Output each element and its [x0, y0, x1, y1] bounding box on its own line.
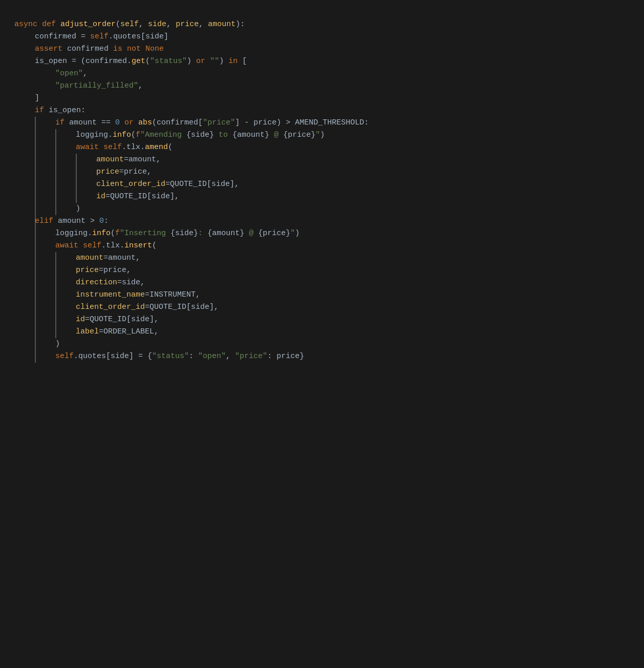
code-line-16-wrapper: ) — [14, 203, 630, 215]
code-line-8: if is_open: — [14, 105, 630, 117]
code-line-7: ] — [14, 92, 630, 105]
code-line-22: direction=side, — [14, 277, 630, 289]
code-line-28: self.quotes[side] = {"status": "open", "… — [14, 350, 630, 363]
code-line-3: assert confirmed is not None — [14, 43, 630, 55]
code-line-9: if amount == 0 or abs(confirmed["price"]… — [14, 117, 630, 129]
code-line-25-wrapper: id=QUOTE_ID[side], — [14, 314, 630, 326]
code-line-24: client_order_id=QUOTE_ID[side], — [14, 301, 630, 314]
code-line-23-wrapper: instrument_name=INSTRUMENT, — [14, 289, 630, 301]
code-line-17: elif amount > 0: — [14, 215, 630, 227]
code-line-4: is_open = (confirmed.get("status") or ""… — [14, 55, 630, 68]
code-line-14-wrapper: client_order_id=QUOTE_ID[side], — [14, 178, 630, 191]
code-line-15-wrapper: id=QUOTE_ID[side], — [14, 191, 630, 203]
code-line-13-wrapper: price=price, — [14, 166, 630, 178]
code-line-5: "open", — [14, 68, 630, 80]
code-line-12-wrapper: amount=amount, — [14, 154, 630, 166]
keyword-async: async — [14, 18, 42, 31]
code-line-18: logging.info(f"Inserting {side}: {amount… — [14, 227, 630, 240]
code-line-26-wrapper: label=ORDER_LABEL, — [14, 326, 630, 338]
code-line-9-wrapper: if amount == 0 or abs(confirmed["price"]… — [14, 117, 630, 129]
keyword-def: def — [42, 18, 60, 31]
code-line-11: await self.tlx.amend( — [14, 141, 630, 154]
code-line-18-wrapper: logging.info(f"Inserting {side}: {amount… — [14, 227, 630, 240]
code-line-27-wrapper: ) — [14, 338, 630, 350]
code-line-16: ) — [14, 203, 630, 215]
code-line-19: await self.tlx.insert( — [14, 240, 630, 252]
code-line-22-wrapper: direction=side, — [14, 277, 630, 289]
code-line-12: amount=amount, — [14, 154, 630, 166]
code-line-25: id=QUOTE_ID[side], — [14, 314, 630, 326]
code-line-1: async def adjust_order(self, side, price… — [14, 18, 630, 31]
code-line-2: confirmed = self.quotes[side] — [14, 31, 630, 43]
code-line-14: client_order_id=QUOTE_ID[side], — [14, 178, 630, 191]
code-viewer: async def adjust_order(self, side, price… — [10, 10, 634, 371]
code-line-23: instrument_name=INSTRUMENT, — [14, 289, 630, 301]
code-line-10-wrapper: logging.info(f"Amending {side} to {amoun… — [14, 129, 630, 141]
code-line-27: ) — [14, 338, 630, 350]
function-name: adjust_order — [60, 18, 116, 31]
code-line-11-wrapper: await self.tlx.amend( — [14, 141, 630, 154]
code-line-19-wrapper: await self.tlx.insert( — [14, 240, 630, 252]
code-line-21: price=price, — [14, 264, 630, 277]
code-line-21-wrapper: price=price, — [14, 264, 630, 277]
code-line-20: amount=amount, — [14, 252, 630, 264]
code-line-28-wrapper: self.quotes[side] = {"status": "open", "… — [14, 350, 630, 363]
code-line-10: logging.info(f"Amending {side} to {amoun… — [14, 129, 630, 141]
code-line-24-wrapper: client_order_id=QUOTE_ID[side], — [14, 301, 630, 314]
code-line-20-wrapper: amount=amount, — [14, 252, 630, 264]
code-line-26: label=ORDER_LABEL, — [14, 326, 630, 338]
code-line-17-wrapper: elif amount > 0: — [14, 215, 630, 227]
code-line-6: "partially_filled", — [14, 80, 630, 92]
code-line-13: price=price, — [14, 166, 630, 178]
code-line-15: id=QUOTE_ID[side], — [14, 191, 630, 203]
